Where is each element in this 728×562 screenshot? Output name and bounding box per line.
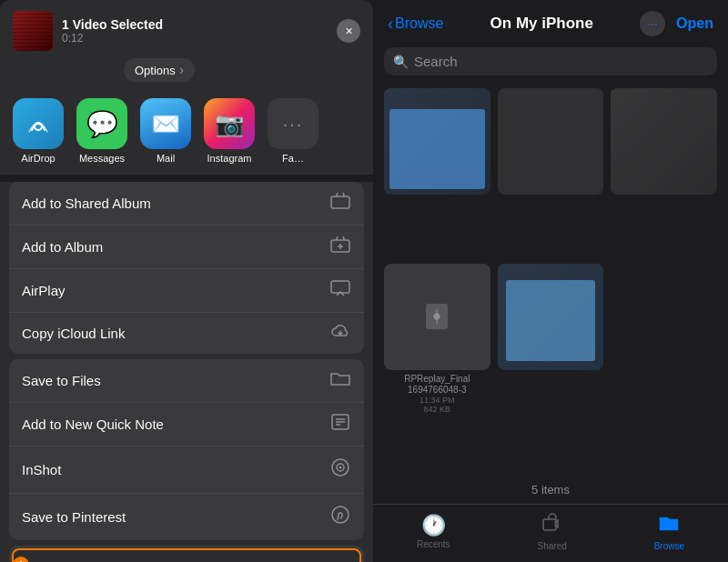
airplay-icon [329, 280, 351, 301]
browse-label: Browse [654, 541, 684, 551]
folder-icon [329, 370, 351, 391]
options-button[interactable]: Options [124, 58, 195, 82]
menu-section-2: Save to Files Add to New Quick Note InSh… [9, 359, 364, 540]
menu-item-airplay[interactable]: AirPlay [9, 269, 364, 313]
header-actions: ··· Open [640, 11, 713, 36]
tab-shared[interactable]: Shared [538, 512, 567, 551]
browse-icon [658, 512, 680, 539]
file-item-5[interactable] [498, 264, 604, 476]
file-name-4: RPReplay_Final1694766048-3 [404, 374, 470, 396]
add-album-icon [329, 236, 351, 257]
share-title: 1 Video Selected [62, 17, 337, 32]
menu-item-extract-audio[interactable]: Extract Audio [12, 548, 361, 562]
more-label: Fa… [282, 153, 304, 164]
items-count: 5 items [373, 479, 728, 504]
svg-point-12 [339, 467, 342, 469]
video-thumbnail [13, 11, 53, 51]
app-icon-mail[interactable]: ✉️ Mail [140, 98, 191, 164]
svg-rect-18 [543, 519, 556, 530]
page-title: On My iPhone [490, 15, 593, 33]
inshot-icon [329, 457, 351, 482]
menu-item-add-album[interactable]: Add to Album [9, 226, 364, 269]
file-thumb-3 [611, 88, 717, 195]
file-thumb-2 [498, 88, 604, 195]
bottom-tab-bar: 🕐 Recents Shared Browse [373, 504, 728, 562]
more-options-button[interactable]: ··· [640, 11, 665, 36]
shared-label: Shared [538, 541, 567, 551]
pinterest-icon [329, 505, 351, 529]
file-meta-4: 11:34 PM842 KB [404, 396, 470, 414]
search-input[interactable]: Search [414, 54, 458, 69]
empty-cell [611, 264, 717, 476]
share-info: 1 Video Selected 0:12 [62, 17, 337, 45]
tab-browse[interactable]: Browse [654, 512, 684, 551]
app-icon-messages[interactable]: 💬 Messages [76, 98, 127, 164]
close-button[interactable] [337, 19, 360, 43]
app-icon-airdrop[interactable]: AirDrop [13, 98, 64, 164]
shared-icon [541, 512, 563, 539]
back-chevron-icon: ‹ [388, 15, 393, 34]
file-item-1[interactable] [384, 88, 490, 256]
menu-section-3-wrapper: 1 Extract Audio Water Eject 💧 [9, 546, 364, 562]
svg-rect-1 [331, 196, 349, 208]
tab-recents[interactable]: 🕐 Recents [417, 514, 450, 549]
menu-item-add-shared-album[interactable]: Add to Shared Album [9, 182, 364, 226]
messages-icon-circle: 💬 [76, 98, 127, 149]
files-panel: ‹ Browse On My iPhone ··· Open 🔍 Search [373, 0, 728, 562]
files-grid: RPReplay_Final1694766048-3 11:34 PM842 K… [373, 85, 728, 479]
file-thumb-5 [498, 264, 604, 370]
file-info-4: RPReplay_Final1694766048-3 11:34 PM842 K… [404, 374, 470, 414]
section-divider-1 [0, 175, 373, 182]
svg-point-13 [332, 507, 349, 523]
airdrop-label: AirDrop [21, 153, 55, 164]
recents-label: Recents [417, 539, 450, 549]
note-icon [329, 414, 351, 435]
icloud-icon [329, 324, 351, 343]
shared-album-icon [329, 193, 351, 214]
search-bar[interactable]: 🔍 Search [384, 47, 717, 75]
file-item-4[interactable]: RPReplay_Final1694766048-3 11:34 PM842 K… [384, 264, 490, 476]
open-button[interactable]: Open [676, 15, 713, 32]
messages-label: Messages [79, 153, 125, 164]
menu-item-pinterest[interactable]: Save to Pinterest [9, 494, 364, 540]
file-thumb-1 [384, 88, 490, 195]
search-icon: 🔍 [393, 55, 409, 69]
airdrop-icon-circle [13, 98, 64, 149]
mail-icon-circle: ✉️ [140, 98, 191, 149]
menu-item-save-files[interactable]: Save to Files [9, 359, 364, 403]
share-header: 1 Video Selected 0:12 [0, 0, 373, 58]
app-icons-row: AirDrop 💬 Messages ✉️ Mail 📷 Instagram ·… [0, 91, 373, 175]
back-button[interactable]: ‹ Browse [388, 15, 443, 34]
menu-item-copy-icloud[interactable]: Copy iCloud Link [9, 313, 364, 354]
share-duration: 0:12 [62, 32, 337, 45]
menu-section-1: Add to Shared Album Add to Album AirPlay… [9, 182, 364, 354]
files-header: ‹ Browse On My iPhone ··· Open [373, 0, 728, 44]
menu-section-3: Extract Audio Water Eject 💧 [9, 546, 364, 562]
app-icon-instagram[interactable]: 📷 Instagram [204, 98, 255, 164]
file-item-3[interactable] [611, 88, 717, 256]
mail-label: Mail [157, 153, 175, 164]
menu-item-quick-note[interactable]: Add to New Quick Note [9, 403, 364, 447]
recents-icon: 🕐 [421, 514, 446, 537]
file-item-2[interactable] [498, 88, 604, 256]
instagram-icon-circle: 📷 [204, 98, 255, 149]
menu-item-inshot[interactable]: InShot [9, 447, 364, 494]
more-icon-circle: ··· [268, 98, 318, 149]
app-icon-more[interactable]: ··· Fa… [268, 98, 318, 164]
instagram-label: Instagram [207, 153, 252, 164]
share-sheet-panel: 1 Video Selected 0:12 Options AirDrop 💬 … [0, 0, 373, 562]
file-thumb-4 [384, 264, 490, 370]
